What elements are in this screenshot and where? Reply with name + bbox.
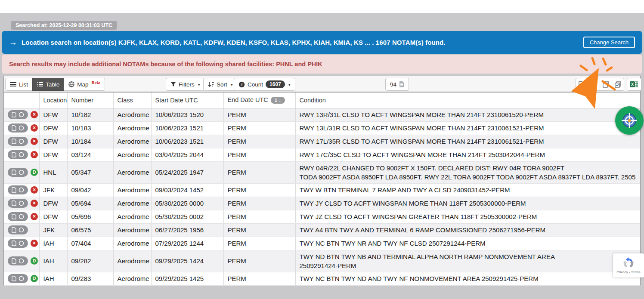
condition-line: RWY 04R/22L CHANGED TO 9002FT X 150FT. D… (300, 163, 637, 173)
cell-location: DFW (39, 197, 67, 210)
circle-icon (19, 112, 24, 117)
table-row[interactable]: ×DFW10/182Aerodrome10/06/2023 1520PERMRW… (4, 108, 640, 121)
circle-icon (19, 170, 24, 175)
cell-location: JFK (39, 183, 67, 197)
table-row[interactable]: DHNL05/347Aerodrome05/24/2025 1947PERMRW… (4, 161, 640, 183)
edit-document-button[interactable] (576, 78, 588, 91)
question-circle-icon: ? (591, 81, 597, 88)
sort-order-badge[interactable]: 1 ↓ (271, 97, 285, 104)
locate-position-button[interactable] (615, 106, 644, 135)
condition-line: RWY 17C/35C CLSD TO ACFT WINGSPAN MORE T… (300, 150, 637, 159)
table-row[interactable]: ×DFW03/124Aerodrome03/04/2025 2044PERMRW… (4, 148, 640, 161)
crosshair-target-icon (621, 112, 638, 129)
change-search-button[interactable]: Change Search (583, 37, 635, 48)
table-row[interactable]: ×DFW05/696Aerodrome05/30/2025 0002PERMTW… (4, 210, 640, 223)
column-header-location[interactable]: Location (39, 92, 67, 108)
table-row[interactable]: DIAH09/283Aerodrome09/29/2025 1425PERMTW… (4, 272, 640, 285)
export-excel-button[interactable]: X (627, 78, 641, 91)
document-icon (12, 112, 16, 117)
cell-number: 09/282 (67, 250, 113, 272)
table-row[interactable]: ×DFW05/694Aerodrome05/30/2025 0000PERMTW… (4, 197, 640, 210)
condition-line: RWY 13L/31R CLSD TO ACFT WINGSPAN MORE T… (300, 123, 637, 133)
column-header-number[interactable]: Number (67, 92, 113, 108)
circle-icon (19, 152, 24, 157)
notam-actions-pill[interactable] (8, 212, 28, 221)
notam-actions-pill[interactable] (8, 110, 28, 119)
filters-label: Filters (179, 81, 195, 88)
cell-class: Aerodrome (113, 250, 151, 272)
pages-button[interactable]: 94 (385, 78, 409, 91)
cell-condition: TWY JZ CLSD TO ACFT WINGSPAN GREATER THA… (295, 210, 640, 223)
cancelled-icon: × (31, 151, 38, 158)
cell-location: JFK (39, 223, 67, 237)
table-row[interactable]: JFK06/575Aerodrome06/27/2025 1956PERMTWY… (4, 223, 640, 237)
count-button[interactable]: # Count 1607 ▾ (234, 78, 295, 91)
copy-checked-button[interactable] (612, 78, 624, 91)
table-view-button[interactable]: Table (32, 78, 64, 91)
active-d-icon: D (31, 257, 38, 265)
cell-location: IAH (39, 272, 67, 285)
notam-actions-pill[interactable] (8, 185, 28, 194)
search-summary-text: Location search on location(s) KJFK, KLA… (22, 39, 583, 46)
filter-icon (170, 82, 176, 87)
cell-class: Aerodrome (113, 135, 151, 148)
column-header-start-date-utc[interactable]: Start Date UTC (151, 92, 223, 108)
results-toolbar: List Table MapBeta Filters ▾ Sort (4, 76, 640, 92)
cancelled-icon: × (31, 111, 38, 118)
cell-start-date: 07/29/2025 1244 (151, 237, 223, 250)
table-row[interactable]: ×DFW10/183Aerodrome10/06/2023 1521PERMRW… (4, 121, 640, 135)
document-icon (12, 227, 16, 233)
table-row[interactable]: ×JFK09/042Aerodrome09/03/2024 1452PERMTW… (4, 183, 640, 197)
condition-line: TWY A4 BTN TWY A AND TERMINAL 6 RAMP COM… (300, 225, 637, 234)
document-icon (12, 240, 16, 246)
warning-facilities: PHNL and PHIK (276, 61, 322, 68)
map-view-button[interactable]: MapBeta (64, 78, 105, 91)
circle-icon (19, 276, 24, 281)
sort-button[interactable]: Sort ▾ (203, 78, 238, 91)
document-icon (12, 187, 16, 193)
notam-actions-pill[interactable] (8, 225, 28, 234)
cell-number: 06/575 (67, 223, 113, 237)
column-header-end-date-utc[interactable]: End Date UTC1 ↓ (223, 92, 295, 108)
pages-value: 94 (390, 81, 396, 88)
notam-actions-pill[interactable] (8, 168, 28, 177)
document-pencil-icon (579, 81, 585, 88)
cell-end-date: PERM (223, 272, 295, 285)
notam-actions-pill[interactable] (8, 137, 28, 146)
cell-end-date: PERM (223, 197, 295, 210)
cell-start-date: 10/06/2023 1521 (151, 121, 223, 135)
cell-end-date: PERM (223, 148, 295, 161)
cell-location: IAH (39, 237, 67, 250)
notam-actions-pill[interactable] (8, 123, 28, 133)
recaptcha-badge[interactable]: Privacy - Terms (613, 253, 644, 277)
cell-location: DFW (39, 121, 67, 135)
copy-button[interactable] (600, 78, 612, 91)
notam-actions-pill[interactable] (8, 150, 28, 159)
notam-actions-pill[interactable] (8, 274, 28, 283)
cell-number: 10/183 (67, 121, 113, 135)
filters-button[interactable]: Filters ▾ (166, 78, 205, 91)
cell-class: Aerodrome (113, 197, 151, 210)
table-row[interactable]: DIAH09/282Aerodrome09/29/2025 1424PERMTW… (4, 250, 640, 272)
svg-text:X: X (631, 82, 634, 87)
warning-text: Search results may include additional NO… (9, 61, 274, 68)
cell-condition: TWY W BTN TERMINAL 7 RAMP AND TWY A CLSD… (295, 183, 640, 197)
notam-actions-pill[interactable] (8, 239, 28, 248)
cancelled-icon: × (31, 200, 38, 207)
help-button[interactable]: ? (588, 78, 600, 91)
recaptcha-icon (622, 257, 635, 269)
cell-start-date: 09/29/2025 1425 (151, 272, 223, 285)
table-row[interactable]: ×IAH07/404Aerodrome07/29/2025 1244PERMTW… (4, 237, 640, 250)
notam-actions-pill[interactable] (8, 199, 28, 208)
circle-icon (19, 214, 24, 219)
active-d-icon: D (31, 275, 38, 282)
circle-icon (19, 139, 24, 144)
notam-actions-pill[interactable] (8, 256, 28, 265)
cell-actions: D (4, 272, 39, 285)
list-view-button[interactable]: List (5, 78, 33, 91)
table-row[interactable]: ×DFW10/184Aerodrome10/06/2023 1521PERMRW… (4, 135, 640, 148)
cell-end-date: PERM (223, 210, 295, 223)
column-header-condition[interactable]: Condition (295, 92, 640, 108)
cell-end-date: PERM (223, 108, 295, 121)
column-header-class[interactable]: Class (113, 92, 151, 108)
